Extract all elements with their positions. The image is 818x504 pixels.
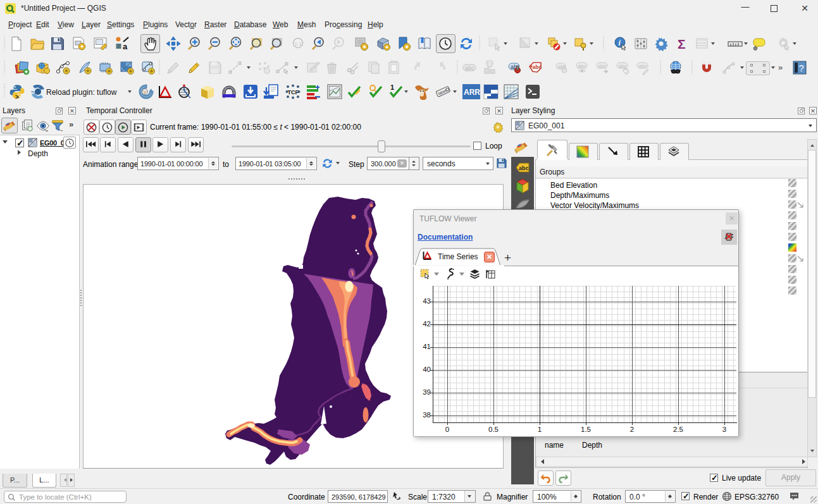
svg-text:1:1: 1:1 xyxy=(295,41,302,47)
svg-text:abc: abc xyxy=(598,63,607,69)
svg-text:abc: abc xyxy=(519,165,529,171)
svg-text:TCF: TCF xyxy=(288,89,299,95)
svg-text:V: V xyxy=(144,89,147,95)
svg-text:abc: abc xyxy=(533,64,542,70)
svg-text:abc: abc xyxy=(578,63,586,69)
svg-text:abc: abc xyxy=(639,63,647,69)
svg-text:ARR: ARR xyxy=(464,88,480,97)
svg-text:Σ: Σ xyxy=(678,37,686,51)
svg-text:abc: abc xyxy=(619,63,627,69)
svg-text:TU: TU xyxy=(31,90,36,94)
svg-text:1: 1 xyxy=(390,83,394,91)
svg-text:a: a xyxy=(123,42,128,51)
svg-text:?: ? xyxy=(799,63,804,73)
svg-text:abc: abc xyxy=(465,65,474,71)
